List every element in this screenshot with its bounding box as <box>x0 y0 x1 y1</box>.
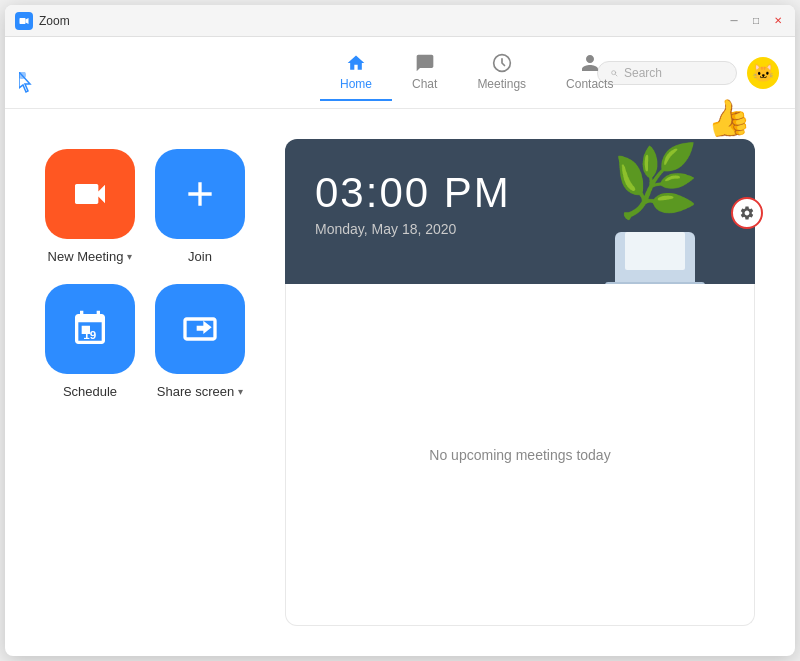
zoom-logo-icon <box>15 12 33 30</box>
share-screen-item: Share screen ▾ <box>155 284 245 399</box>
avatar[interactable]: 🐱 <box>747 57 779 89</box>
share-screen-button[interactable] <box>155 284 245 374</box>
close-button[interactable]: ✕ <box>771 14 785 28</box>
tab-contacts[interactable]: Contacts <box>546 45 633 101</box>
join-label: Join <box>188 249 212 264</box>
right-panel: 03:00 PM Monday, May 18, 2020 🌿 No upcom… <box>285 139 755 626</box>
nav-bar: Home Chat Meetings <box>5 37 795 109</box>
svg-marker-1 <box>26 18 29 24</box>
tab-meetings-label: Meetings <box>477 77 526 91</box>
main-content: New Meeting ▾ Join <box>5 109 795 656</box>
maximize-button[interactable]: □ <box>749 14 763 28</box>
search-input[interactable] <box>624 66 724 80</box>
tab-contacts-label: Contacts <box>566 77 613 91</box>
schedule-label: Schedule <box>63 384 117 399</box>
tab-chat-label: Chat <box>412 77 437 91</box>
svg-text:19: 19 <box>83 328 96 341</box>
title-bar-left: Zoom <box>15 12 70 30</box>
tab-home[interactable]: Home <box>320 45 392 101</box>
tab-meetings[interactable]: Meetings <box>457 45 546 101</box>
window-controls: ─ □ ✕ <box>727 14 785 28</box>
clock-panel: 03:00 PM Monday, May 18, 2020 🌿 <box>285 139 755 284</box>
share-screen-label: Share screen ▾ <box>157 384 243 399</box>
new-meeting-chevron: ▾ <box>127 251 132 262</box>
no-meetings-text: No upcoming meetings today <box>429 447 610 463</box>
hand-decoration: 👍 <box>703 93 755 142</box>
svg-point-3 <box>19 72 26 79</box>
plant-emoji: 🌿 <box>605 146 705 216</box>
svg-marker-2 <box>19 72 30 92</box>
plant-decoration: 🌿 <box>575 139 735 284</box>
minimize-button[interactable]: ─ <box>727 14 741 28</box>
new-meeting-label: New Meeting ▾ <box>48 249 133 264</box>
tab-home-label: Home <box>340 77 372 91</box>
join-item: Join <box>155 149 245 264</box>
gear-icon <box>739 205 755 221</box>
tab-chat[interactable]: Chat <box>392 45 457 101</box>
zoom-window: Zoom ─ □ ✕ Home <box>5 5 795 656</box>
nav-tabs: Home Chat Meetings <box>320 45 633 101</box>
join-button[interactable] <box>155 149 245 239</box>
window-title: Zoom <box>39 14 70 28</box>
cursor-icon <box>19 72 39 96</box>
new-meeting-item: New Meeting ▾ <box>45 149 135 264</box>
share-screen-chevron: ▾ <box>238 386 243 397</box>
laptop-screen <box>615 232 695 282</box>
new-meeting-button[interactable] <box>45 149 135 239</box>
schedule-button[interactable]: 19 <box>45 284 135 374</box>
meetings-panel: No upcoming meetings today <box>285 284 755 626</box>
title-bar: Zoom ─ □ ✕ <box>5 5 795 37</box>
laptop-base <box>605 282 705 285</box>
action-grid: New Meeting ▾ Join <box>45 139 245 626</box>
schedule-item: 19 Schedule <box>45 284 135 399</box>
settings-button[interactable] <box>731 197 763 229</box>
svg-rect-0 <box>20 18 26 24</box>
